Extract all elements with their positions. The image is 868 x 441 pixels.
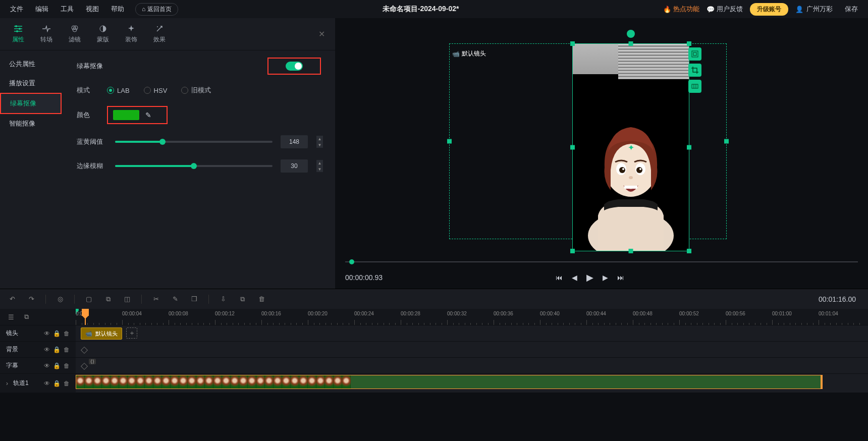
trash-icon[interactable]: 🗑	[64, 346, 70, 353]
shot-clip[interactable]: 📹 默认镜头	[81, 327, 122, 340]
next-frame-button[interactable]: ▶	[603, 273, 608, 282]
grid-button[interactable]	[688, 80, 701, 93]
menu-file[interactable]: 文件	[5, 3, 28, 16]
play-button[interactable]: ▶	[586, 272, 593, 283]
visibility-icon[interactable]: 👁	[44, 362, 50, 369]
tab-filter[interactable]: 滤镜	[62, 24, 88, 44]
close-panel-button[interactable]: ✕	[318, 29, 325, 39]
resize-handle[interactable]	[629, 249, 633, 253]
step-up-button[interactable]: ▲	[316, 160, 323, 166]
undo-button[interactable]: ↶	[7, 295, 17, 303]
step-down-button[interactable]: ▼	[316, 142, 323, 148]
menu-help[interactable]: 帮助	[106, 3, 129, 16]
video-clip[interactable]	[76, 375, 823, 389]
safe-zone-button[interactable]	[688, 47, 701, 61]
eyedropper-icon[interactable]: ✎	[145, 111, 151, 119]
threshold-slider[interactable]	[115, 141, 273, 143]
timeline-ruler[interactable]: 0:0000:00:0400:00:0800:00:1200:00:1600:0…	[76, 309, 868, 325]
mode-option-old[interactable]: 旧模式	[181, 86, 211, 95]
lock-icon[interactable]: 🔒	[53, 380, 61, 387]
resize-handle[interactable]	[570, 41, 575, 46]
track-body-subtitle[interactable]: ⟨⟩	[76, 358, 868, 373]
menu-view[interactable]: 视图	[81, 3, 104, 16]
track-body-shot[interactable]: 📹 默认镜头 ＋	[76, 325, 868, 341]
resize-handle[interactable]	[629, 41, 633, 46]
resize-handle[interactable]	[687, 41, 691, 46]
goto-start-button[interactable]: ⏮	[556, 273, 563, 282]
upgrade-button[interactable]: 升级账号	[750, 3, 788, 16]
resize-handle[interactable]	[570, 249, 575, 253]
layers-button[interactable]: ❒	[189, 295, 199, 303]
copy-button[interactable]: ⧉	[237, 295, 247, 303]
split-button[interactable]: ◫	[122, 295, 132, 303]
keyframe-marker[interactable]	[81, 363, 88, 370]
menu-edit[interactable]: 编辑	[30, 3, 53, 16]
tab-attributes[interactable]: 属性	[5, 24, 31, 44]
feedback-link[interactable]: 💬用户反馈	[707, 5, 743, 14]
save-button[interactable]: 保存	[840, 3, 863, 16]
lock-icon[interactable]: 🔒	[53, 346, 61, 353]
track-copy-icon[interactable]: ⧉	[21, 313, 31, 321]
tab-mask[interactable]: 蒙版	[90, 24, 116, 44]
visibility-icon[interactable]: 👁	[44, 380, 50, 387]
svg-rect-19	[692, 51, 698, 57]
color-swatch[interactable]	[113, 110, 139, 120]
properties-panel: 属性 转场 滤镜 蒙版 装饰 效果 ✕	[0, 18, 335, 289]
download-button[interactable]: ⇩	[218, 295, 228, 303]
prev-frame-button[interactable]: ◀	[572, 273, 577, 282]
playhead[interactable]	[85, 309, 86, 325]
trash-icon[interactable]: 🗑	[64, 362, 70, 369]
step-down-button[interactable]: ▼	[316, 166, 323, 172]
resize-handle[interactable]	[570, 145, 575, 150]
lock-icon[interactable]: 🔒	[53, 330, 61, 337]
blur-input[interactable]	[281, 159, 308, 173]
select-button[interactable]: ▢	[84, 295, 94, 303]
resize-handle[interactable]	[687, 145, 691, 150]
resize-handle[interactable]	[724, 139, 729, 144]
tab-effect[interactable]: 效果	[146, 24, 173, 44]
preview-canvas[interactable]: 📹默认镜头	[335, 18, 868, 257]
side-tab-smart-matting[interactable]: 智能抠像	[0, 114, 62, 133]
redo-button[interactable]: ↷	[26, 295, 36, 303]
keyframe-marker[interactable]	[81, 347, 88, 354]
edit-button[interactable]: ✎	[170, 295, 180, 303]
tab-decoration[interactable]: 装饰	[118, 24, 144, 44]
trash-icon[interactable]: 🗑	[64, 330, 70, 337]
delete-button[interactable]: 🗑	[256, 295, 266, 303]
hot-feature-link[interactable]: 🔥热点功能	[663, 5, 699, 14]
trash-icon[interactable]: 🗑	[64, 380, 70, 387]
track-body-1[interactable]	[76, 374, 868, 393]
threshold-input[interactable]	[281, 135, 308, 148]
preview-scrubber[interactable]	[345, 257, 858, 266]
blur-slider[interactable]	[115, 165, 273, 167]
mode-option-hsv[interactable]: HSV	[144, 87, 168, 94]
add-shot-button[interactable]: ＋	[126, 327, 137, 339]
target-button[interactable]: ◎	[55, 295, 65, 303]
side-tab-greenscreen[interactable]: 绿幕抠像	[0, 93, 62, 114]
user-menu[interactable]: 👤广州万彩	[795, 5, 833, 14]
tab-transition[interactable]: 转场	[33, 24, 60, 44]
crop-tool-button[interactable]: ⧉	[103, 295, 113, 303]
rotate-handle[interactable]	[627, 30, 635, 38]
crop-button[interactable]	[688, 64, 701, 77]
clip-end-handle[interactable]	[821, 375, 822, 389]
visibility-icon[interactable]: 👁	[44, 346, 50, 353]
lock-icon[interactable]: 🔒	[53, 362, 61, 369]
video-clip-frame[interactable]: ✦	[572, 43, 689, 251]
step-up-button[interactable]: ▲	[316, 136, 323, 142]
greenscreen-toggle[interactable]	[286, 62, 303, 71]
visibility-icon[interactable]: 👁	[44, 330, 50, 337]
track-body-background[interactable]	[76, 342, 868, 357]
mode-option-lab[interactable]: LAB	[107, 87, 130, 94]
back-home-button[interactable]: ⌂返回首页	[135, 3, 178, 16]
side-tab-common[interactable]: 公共属性	[0, 54, 62, 74]
track-stack-icon[interactable]: ☰	[6, 313, 16, 321]
chevron-right-icon[interactable]: ›	[6, 380, 8, 387]
side-tab-playback[interactable]: 播放设置	[0, 74, 62, 93]
goto-end-button[interactable]: ⏭	[617, 273, 624, 282]
sliders-icon	[14, 24, 23, 33]
cut-button[interactable]: ✂	[151, 295, 161, 303]
resize-handle[interactable]	[447, 139, 452, 144]
menu-tools[interactable]: 工具	[56, 3, 79, 16]
resize-handle[interactable]	[687, 249, 691, 253]
